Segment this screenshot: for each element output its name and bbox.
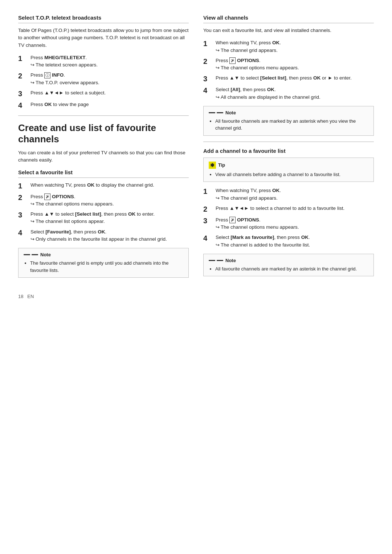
note-icon — [209, 260, 223, 261]
key-label: [Mark as favourite] — [230, 235, 274, 240]
step-number: 1 — [18, 182, 28, 190]
step-content: Press ⋡ OPTIONS. The channel options men… — [216, 216, 374, 231]
note-header: Note — [209, 258, 368, 263]
divider — [18, 115, 189, 116]
tip-icon: ✱ — [209, 162, 216, 169]
step-item: 2 Press ⓘ INFO. The T.O.P. overview appe… — [18, 72, 189, 86]
tip-header: ✱ Tip — [209, 162, 368, 169]
step-content: Press ⓘ INFO. The T.O.P. overview appear… — [30, 72, 189, 86]
key-label: OK — [272, 188, 279, 193]
step-content: When watching TV, press OK to display th… — [30, 182, 189, 189]
step-number: 3 — [18, 89, 28, 98]
step-item: 3 Press ⋡ OPTIONS. The channel options m… — [203, 216, 374, 231]
note-icon — [24, 254, 38, 255]
step-number: 2 — [203, 205, 213, 213]
step-content: Select [Favourite], then press OK. Only … — [30, 228, 189, 243]
key-label: ▲▼◄► — [44, 90, 64, 95]
note-label: Note — [225, 110, 236, 115]
step-number: 4 — [18, 101, 28, 110]
view-all-title: View all channels — [203, 15, 374, 23]
note-header: Note — [24, 252, 183, 257]
note-box-fav: Note The favourite channel grid is empty… — [18, 248, 189, 278]
select-fav-title: Select a favourite list — [18, 169, 189, 178]
tip-box: ✱ Tip View all channels before adding a … — [203, 158, 374, 182]
step-content: Select [All], then press OK. All channel… — [216, 86, 374, 101]
step-number: 3 — [203, 74, 213, 83]
step-result: The channel grid appears. — [216, 47, 374, 54]
step-content: Press ⋡ OPTIONS. The channel options men… — [216, 57, 374, 72]
step-item: 2 Press ⋡ OPTIONS. The channel options m… — [203, 57, 374, 72]
step-result: The channel grid appears. — [216, 195, 374, 202]
note-list: All favourite channels are marked by an … — [209, 118, 368, 132]
step-number: 1 — [18, 54, 28, 63]
step-item: 4 Select [All], then press OK. All chann… — [203, 86, 374, 101]
key-label: OPTIONS — [237, 217, 259, 223]
options-icon: ⋡ — [44, 194, 50, 200]
page-lang: EN — [27, 294, 34, 299]
view-all-intro: You can exit a favourite list, and view … — [203, 27, 374, 34]
top-teletext-intro: Table Of Pages (T.O.P.) teletext broadca… — [18, 27, 189, 49]
key-label: OK — [128, 211, 135, 217]
step-item: 3 Press ▲▼ to select [Select list], then… — [203, 74, 374, 83]
key-label: ▲▼◄► — [229, 205, 249, 211]
step-result: The teletext screen appears. — [30, 61, 189, 69]
note-label: Note — [225, 258, 236, 263]
key-label: ▲▼ — [229, 75, 239, 81]
step-item: 1 When watching TV, press OK to display … — [18, 182, 189, 190]
options-icon: ⋡ — [229, 217, 236, 223]
step-number: 1 — [203, 187, 213, 196]
step-number: 3 — [203, 216, 213, 225]
step-number: 4 — [203, 234, 213, 243]
step-result: The T.O.P. overview appears. — [30, 79, 189, 86]
key-label: OK — [267, 87, 274, 92]
step-result: The channel options menu appears. — [216, 224, 374, 231]
add-fav-title: Add a channel to a favourite list — [203, 148, 374, 154]
step-number: 1 — [203, 39, 213, 48]
step-item: 3 Press ▲▼◄► to select a subject. — [18, 89, 189, 98]
note-box-add-fav: Note All favourite channels are marked b… — [203, 254, 374, 277]
key-label: OK — [272, 40, 279, 45]
key-label: ▲▼ — [44, 211, 54, 217]
main-section-title: Create and use list of favourite channel… — [18, 122, 189, 145]
main-section-intro: You can create a list of your preferred … — [18, 149, 189, 164]
note-header: Note — [209, 110, 368, 115]
key-label: OPTIONS — [237, 58, 259, 63]
step-content: Press ▲▼◄► to select a channel to add to… — [216, 205, 374, 212]
step-content: When watching TV, press OK. The channel … — [216, 39, 374, 54]
step-result: The channel options menu appears. — [30, 200, 189, 208]
step-item: 1 When watching TV, press OK. The channe… — [203, 39, 374, 54]
key-label: [Favourite] — [45, 229, 71, 235]
note-list: All favourite channels are marked by an … — [209, 265, 368, 273]
note-label: Note — [40, 252, 51, 257]
step-number: 3 — [18, 211, 28, 219]
key-label: OK — [301, 235, 309, 240]
step-content: Press MHEG/TELETEXT. The teletext screen… — [30, 54, 189, 69]
key-label: [Select list] — [260, 75, 286, 81]
step-number: 4 — [203, 86, 213, 95]
step-content: Select [Mark as favourite], then press O… — [216, 234, 374, 249]
step-result: The channel options menu appears. — [216, 64, 374, 72]
step-item: 4 Press OK to view the page — [18, 101, 189, 110]
key-label: OK — [98, 229, 105, 235]
step-item: 1 When watching TV, press OK. The channe… — [203, 187, 374, 202]
key-label: OK — [44, 102, 52, 107]
page-layout: Select T.O.P. teletext broadcasts Table … — [18, 15, 374, 283]
note-item: All favourite channels are marked by an … — [215, 118, 368, 132]
key-label: MHEG/TELETEXT — [44, 55, 85, 60]
step-result: The channel is added to the favourite li… — [216, 241, 374, 249]
note-item: All favourite channels are marked by an … — [215, 265, 368, 273]
key-label: OK — [87, 182, 94, 188]
note-box-view-all: Note All favourite channels are marked b… — [203, 106, 374, 136]
step-result: The channel list options appear. — [30, 218, 189, 225]
key-label: OPTIONS — [52, 194, 74, 199]
key-label: [All] — [230, 87, 240, 92]
step-item: 2 Press ▲▼◄► to select a channel to add … — [203, 205, 374, 213]
key-label: INFO — [52, 72, 64, 78]
note-icon — [209, 112, 223, 113]
step-number: 4 — [18, 228, 28, 237]
divider — [203, 142, 374, 142]
step-number: 2 — [203, 57, 213, 66]
note-list: The favourite channel grid is empty unti… — [24, 260, 183, 274]
add-fav-steps: 1 When watching TV, press OK. The channe… — [203, 187, 374, 249]
step-item: 1 Press MHEG/TELETEXT. The teletext scre… — [18, 54, 189, 69]
